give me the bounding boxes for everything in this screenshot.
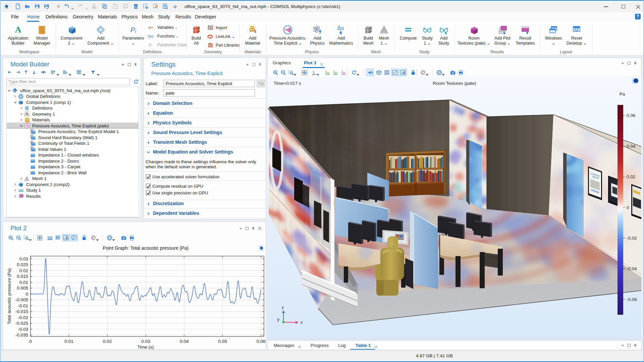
svg-text:Room Textures (pate): Room Textures (pate) <box>433 81 476 86</box>
svg-text:-0.06: -0.06 <box>627 297 637 302</box>
svg-text:Δu: Δu <box>337 25 344 31</box>
svg-text:Pi: Pi <box>149 43 152 48</box>
svg-text:D: D <box>31 129 33 131</box>
svg-text:xy: xy <box>327 71 329 74</box>
svg-text:xz: xz <box>343 71 345 74</box>
svg-text:-0.04: -0.04 <box>627 266 637 271</box>
svg-text:0.06: 0.06 <box>627 113 635 118</box>
svg-text:yz: yz <box>335 71 337 74</box>
svg-text:0.03: 0.03 <box>141 339 150 344</box>
svg-text:0: 0 <box>25 292 28 297</box>
svg-text:0.05: 0.05 <box>218 339 227 344</box>
svg-text:f(x): f(x) <box>148 34 154 38</box>
svg-text:0.03: 0.03 <box>19 256 28 261</box>
svg-text:0.01: 0.01 <box>19 280 28 285</box>
svg-text:-0.03: -0.03 <box>18 327 28 332</box>
svg-text:a=: a= <box>148 25 153 30</box>
svg-text:D: D <box>31 135 33 137</box>
svg-text:0.06: 0.06 <box>257 339 265 344</box>
svg-text:-0.01: -0.01 <box>18 303 28 308</box>
svg-text:0.025: 0.025 <box>17 262 28 267</box>
svg-text:-0.025: -0.025 <box>15 321 28 326</box>
svg-text:0.02: 0.02 <box>103 339 112 344</box>
svg-text:x: x <box>301 320 303 325</box>
svg-text:Point Graph: Total acoustic pr: Point Graph: Total acoustic pressure (Pa… <box>103 245 189 251</box>
svg-text:-0.015: -0.015 <box>15 309 28 314</box>
svg-text:0.005: 0.005 <box>17 286 28 291</box>
svg-text:0.02: 0.02 <box>627 174 635 179</box>
svg-text:y: y <box>277 317 280 322</box>
svg-text:Pa: Pa <box>620 92 625 97</box>
svg-text:Time=0.017 s: Time=0.017 s <box>274 81 301 86</box>
svg-text:-0.02: -0.02 <box>18 315 28 320</box>
svg-text:D: D <box>31 147 33 149</box>
svg-text:0.015: 0.015 <box>17 274 28 279</box>
svg-text:z: z <box>282 305 284 310</box>
svg-text:0.04: 0.04 <box>180 339 189 344</box>
svg-text:A: A <box>15 25 21 35</box>
svg-text:Pi: Pi <box>130 26 136 34</box>
svg-text:0: 0 <box>29 339 32 344</box>
svg-text:Total acoustic pressure (Pa): Total acoustic pressure (Pa) <box>7 268 12 324</box>
svg-text:-0.005: -0.005 <box>15 297 28 302</box>
svg-text:D: D <box>31 141 33 143</box>
svg-text:0: 0 <box>627 205 629 210</box>
svg-text:0.04: 0.04 <box>627 144 636 149</box>
svg-text:Time (s): Time (s) <box>138 345 154 350</box>
svg-text:0.02: 0.02 <box>19 268 28 273</box>
svg-text:0.01: 0.01 <box>64 339 73 344</box>
svg-text:-0.035: -0.035 <box>15 333 28 338</box>
svg-text:-0.02: -0.02 <box>627 236 637 241</box>
